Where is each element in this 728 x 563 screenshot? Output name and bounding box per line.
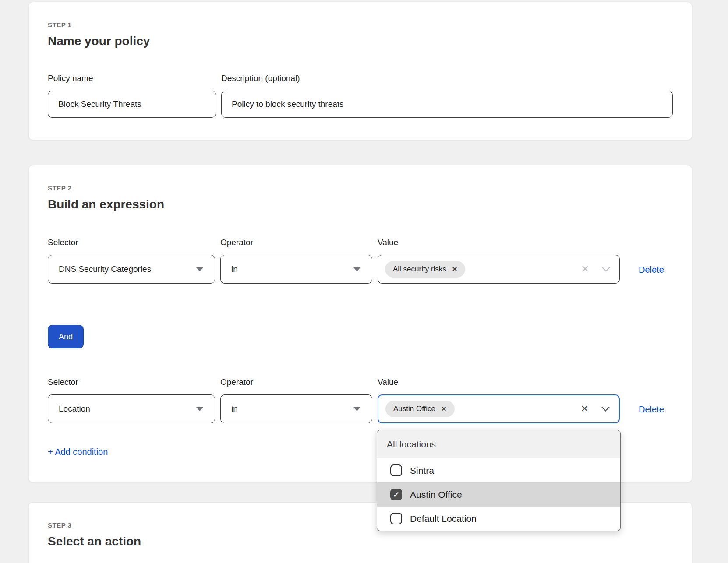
policy-name-input[interactable] <box>48 91 216 118</box>
step1-eyebrow: STEP 1 <box>48 21 673 28</box>
dropdown-option-label: Sintra <box>410 465 434 476</box>
caret-down-icon <box>353 407 360 411</box>
step2-card: STEP 2 Build an expression Selector DNS … <box>28 165 692 482</box>
dropdown-option-label: Austin Office <box>410 489 462 500</box>
value-multiselect-2[interactable]: Austin Office ✕ ✕ <box>378 394 620 423</box>
caret-down-icon <box>353 267 360 271</box>
policy-name-field-group: Policy name <box>48 74 216 118</box>
value-options-dropdown: All locations ✓ Sintra ✓ Austin Office ✓… <box>377 430 621 531</box>
condition-row-1: Selector DNS Security Categories Operato… <box>48 238 673 284</box>
policy-builder-page: STEP 1 Name your policy Policy name Desc… <box>0 2 728 563</box>
step1-title: Name your policy <box>48 34 673 48</box>
operator-dropdown-2[interactable]: in <box>220 394 372 423</box>
chevron-down-icon[interactable] <box>601 403 609 411</box>
selector-dropdown-1-value: DNS Security Categories <box>59 264 151 274</box>
operator-dropdown-2-value: in <box>231 404 238 414</box>
operator-label: Operator <box>220 238 372 247</box>
step2-title: Build an expression <box>48 197 673 211</box>
selector-label: Selector <box>48 377 215 387</box>
dropdown-group-header: All locations <box>377 430 620 458</box>
step1-card: STEP 1 Name your policy Policy name Desc… <box>28 2 692 140</box>
step2-eyebrow: STEP 2 <box>48 184 673 192</box>
step3-title: Select an action <box>48 535 673 549</box>
add-condition-link[interactable]: + Add condition <box>48 447 108 457</box>
dropdown-option-austin-office[interactable]: ✓ Austin Office <box>377 482 620 507</box>
value-multiselect-1[interactable]: All security risks ✕ ✕ <box>378 255 620 284</box>
delete-condition-1-link[interactable]: Delete <box>639 265 664 275</box>
dropdown-option-sintra[interactable]: ✓ Sintra <box>377 458 620 482</box>
checkbox-check-icon: ✓ <box>393 491 399 499</box>
selector-label: Selector <box>48 238 215 247</box>
operator-dropdown-1[interactable]: in <box>220 255 372 284</box>
caret-down-icon <box>196 407 203 411</box>
chevron-down-icon[interactable] <box>602 264 610 271</box>
checkbox[interactable]: ✓ <box>390 464 402 476</box>
value-tag: All security risks ✕ <box>385 261 465 278</box>
delete-condition-2-link[interactable]: Delete <box>639 405 664 415</box>
checkbox[interactable]: ✓ <box>390 489 402 500</box>
value-tag: Austin Office ✕ <box>385 401 455 417</box>
selector-dropdown-2-value: Location <box>59 404 90 414</box>
dropdown-option-label: Default Location <box>410 514 477 524</box>
description-field-group: Description (optional) <box>221 74 673 118</box>
operator-dropdown-1-value: in <box>231 264 238 274</box>
value-tag-label: Austin Office <box>393 405 435 413</box>
caret-down-icon <box>196 267 203 271</box>
clear-icon[interactable]: ✕ <box>581 264 589 274</box>
and-button[interactable]: And <box>48 325 84 348</box>
policy-name-label: Policy name <box>48 74 216 83</box>
operator-label: Operator <box>220 377 372 387</box>
value-label: Value <box>378 238 620 247</box>
tag-remove-icon[interactable]: ✕ <box>441 405 447 413</box>
description-input[interactable] <box>221 91 673 118</box>
tag-remove-icon[interactable]: ✕ <box>452 265 458 273</box>
value-label: Value <box>378 377 620 387</box>
condition-row-2: Selector Location Operator in Value Aust… <box>48 377 673 423</box>
selector-dropdown-2[interactable]: Location <box>48 394 215 423</box>
checkbox[interactable]: ✓ <box>390 513 402 524</box>
value-tag-label: All security risks <box>393 265 446 274</box>
clear-icon[interactable]: ✕ <box>581 404 589 414</box>
selector-dropdown-1[interactable]: DNS Security Categories <box>48 255 215 284</box>
description-label: Description (optional) <box>221 74 673 83</box>
dropdown-option-default-location[interactable]: ✓ Default Location <box>377 507 620 531</box>
